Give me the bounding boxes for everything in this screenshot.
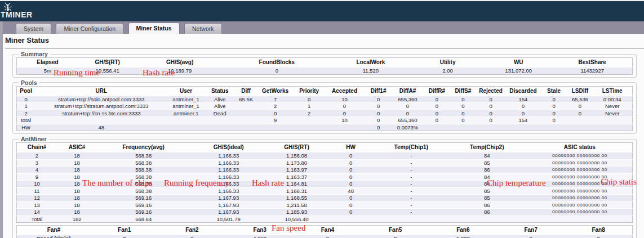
table-row: 218568.381,166.331,156.080-84oooooooo oo… bbox=[17, 152, 633, 160]
column-header: GH/S(RT) bbox=[267, 143, 326, 152]
table-cell: 569.16 bbox=[97, 201, 190, 209]
table-row: Total162568.6410,501.7910,556.40 bbox=[17, 215, 633, 223]
table-cell: - bbox=[376, 152, 447, 160]
table-cell: 0 bbox=[568, 103, 593, 110]
column-header: Fan4 bbox=[294, 226, 361, 235]
table-cell: 10 bbox=[325, 117, 365, 124]
column-header: Accepted bbox=[325, 86, 365, 96]
table-cell: antminer.1 bbox=[167, 110, 205, 117]
table-cell: 5m bbox=[17, 68, 78, 75]
column-header: BestShare bbox=[552, 58, 632, 68]
table-cell: oooooooo oooooooo oo bbox=[527, 167, 633, 174]
left-edge-strip bbox=[0, 21, 3, 238]
table-cell bbox=[326, 215, 376, 223]
table-cell: Speed (r/min) bbox=[17, 235, 91, 238]
table-cell: 0 bbox=[423, 103, 451, 110]
table-cell: 0 bbox=[365, 96, 392, 103]
table-cell: oooooooo oooooooo oo bbox=[527, 159, 633, 167]
table-cell: 84 bbox=[447, 181, 527, 188]
table-cell bbox=[447, 215, 527, 223]
table-cell: 86 bbox=[447, 201, 527, 209]
table-cell: 0 bbox=[451, 96, 476, 103]
table-cell bbox=[294, 117, 325, 124]
table-cell: 0 bbox=[451, 110, 476, 117]
table-cell: 162 bbox=[57, 215, 97, 223]
table-cell: 86 bbox=[447, 209, 527, 216]
table-cell: 18 bbox=[57, 181, 97, 188]
table-cell: 10,556.41 bbox=[78, 68, 137, 75]
table-cell: oooooooo oooooooo oo bbox=[527, 195, 633, 202]
table-row: 318568.381,166.331,173.800-85oooooooo oo… bbox=[17, 159, 633, 167]
table-cell bbox=[205, 124, 236, 131]
column-header: Fan2 bbox=[158, 226, 226, 235]
pools-legend: Pools bbox=[19, 79, 39, 86]
table-cell: Alive bbox=[205, 96, 236, 103]
table-cell: 85 bbox=[447, 159, 527, 167]
tab-system[interactable]: System bbox=[16, 23, 51, 34]
table-cell: 4 bbox=[17, 167, 57, 174]
table-row: HW4800.0073% bbox=[17, 124, 633, 131]
column-header: Diff1# bbox=[365, 86, 392, 96]
table-cell bbox=[476, 124, 507, 131]
table-cell: 48 bbox=[35, 124, 167, 131]
app-header: TMINER bbox=[0, 0, 644, 21]
table-cell: 84 bbox=[447, 152, 527, 160]
table-cell: 10 bbox=[325, 96, 365, 103]
table-row: 2stratum+tcp://cn.ss.btc.com:3333antmine… bbox=[17, 110, 633, 117]
table-cell: 1,166.33 bbox=[190, 167, 267, 174]
summary-body: 5m10,556.4110,189.79011,5202.00131,072.0… bbox=[17, 68, 633, 75]
table-cell bbox=[167, 117, 205, 124]
table-row: 1018568.381,166.331,164.810-84oooooooo o… bbox=[17, 181, 633, 188]
table-cell: 14 bbox=[17, 209, 57, 216]
table-cell: 0 bbox=[365, 103, 392, 110]
table-cell: 1,185.93 bbox=[267, 209, 326, 216]
column-header: Temp(Chip1) bbox=[376, 143, 447, 152]
antminer-legend: AntMiner bbox=[19, 136, 49, 142]
table-cell: 1,156.08 bbox=[267, 152, 326, 160]
table-cell: 0 bbox=[423, 96, 451, 103]
table-cell: 0 bbox=[476, 96, 507, 103]
column-header: Stale bbox=[540, 86, 567, 96]
table-row: 0stratum+tcp://solo.antpool.com:3333antm… bbox=[17, 96, 633, 103]
fan-body: Speed (r/min)004,080006,00000 bbox=[17, 235, 633, 238]
table-cell: 1,211.58 bbox=[267, 201, 326, 209]
table-row: 918568.381,166.331,163.370-84oooooooo oo… bbox=[17, 173, 633, 181]
column-header: GH/S(avg) bbox=[137, 58, 223, 68]
table-cell: oooooooo oooooooo oo bbox=[527, 209, 633, 216]
column-header: GH/S(ideal) bbox=[190, 143, 267, 152]
column-header: GH/S(RT) bbox=[78, 58, 137, 68]
table-cell: 131,072.00 bbox=[485, 68, 552, 75]
table-cell bbox=[423, 124, 451, 131]
table-cell bbox=[568, 117, 593, 124]
table-cell: 0 bbox=[326, 209, 376, 216]
table-cell: oooooooo oooooooo oo bbox=[527, 173, 633, 181]
table-cell: 9 bbox=[17, 173, 57, 181]
column-header: DiffA# bbox=[392, 86, 423, 96]
table-cell: 18 bbox=[57, 209, 97, 216]
table-row: 1318569.161,167.931,211.580-86oooooooo o… bbox=[17, 201, 633, 209]
table-cell: 0 bbox=[476, 117, 507, 124]
table-cell bbox=[236, 124, 257, 131]
table-cell: 569.16 bbox=[97, 209, 190, 216]
tab-network[interactable]: Network bbox=[184, 23, 222, 34]
table-cell: 569.16 bbox=[97, 195, 190, 202]
table-cell: 18 bbox=[57, 187, 97, 195]
table-cell: 0 bbox=[540, 110, 567, 117]
column-header: Utility bbox=[411, 58, 485, 68]
table-cell: 0.0073% bbox=[392, 124, 423, 131]
column-header: ASIC# bbox=[57, 143, 97, 152]
table-cell: 0 bbox=[365, 117, 392, 124]
table-cell: 48 bbox=[326, 187, 376, 195]
table-cell: Dead bbox=[205, 110, 236, 117]
column-header: LocalWork bbox=[331, 58, 411, 68]
table-cell: 0 bbox=[326, 159, 376, 167]
summary-header-row: ElapsedGH/S(RT)GH/S(avg)FoundBlocksLocal… bbox=[17, 58, 633, 68]
table-cell: 568.38 bbox=[97, 187, 190, 195]
table-cell bbox=[35, 117, 167, 124]
table-row: 1stratum+tcp://stratum.antpool.com:3333a… bbox=[17, 103, 633, 110]
logo-text: TMINER bbox=[1, 11, 33, 19]
tab-miner-status[interactable]: Miner Status bbox=[128, 23, 180, 34]
table-cell: 0 bbox=[294, 96, 325, 103]
tab-miner-configuration[interactable]: Miner Configuration bbox=[56, 23, 123, 34]
table-cell: 18 bbox=[57, 159, 97, 167]
